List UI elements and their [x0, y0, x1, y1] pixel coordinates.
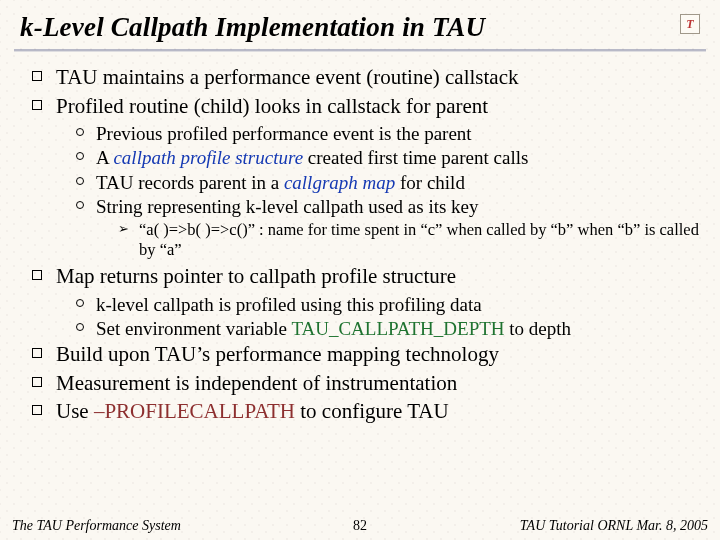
bullet-text: String representing k-level callpath use… — [96, 195, 702, 218]
circle-bullet-icon — [76, 128, 84, 136]
circle-bullet-icon — [76, 177, 84, 185]
arrow-bullet-icon: ➢ — [118, 221, 129, 238]
square-bullet-icon — [32, 348, 42, 358]
text-part: to depth — [505, 318, 572, 339]
bullet-level2: Set environment variable TAU_CALLPATH_DE… — [76, 317, 702, 340]
bullet-text: k-level callpath is profiled using this … — [96, 293, 702, 316]
square-bullet-icon — [32, 377, 42, 387]
circle-bullet-icon — [76, 152, 84, 160]
bullet-level2: String representing k-level callpath use… — [76, 195, 702, 218]
footer-right: TAU Tutorial ORNL Mar. 8, 2005 — [520, 518, 708, 534]
bullet-level1: Measurement is independent of instrument… — [32, 371, 702, 397]
square-bullet-icon — [32, 270, 42, 280]
text-part: A — [96, 147, 113, 168]
footer-left: The TAU Performance System — [12, 518, 181, 534]
bullet-text: TAU records parent in a callgraph map fo… — [96, 171, 702, 194]
slide-footer: The TAU Performance System 82 TAU Tutori… — [12, 518, 708, 534]
bullet-text: Use –PROFILECALLPATH to configure TAU — [56, 399, 702, 425]
bullet-text: Set environment variable TAU_CALLPATH_DE… — [96, 317, 702, 340]
emphasis-green: TAU_CALLPATH_DEPTH — [291, 318, 504, 339]
emphasis-blue: callgraph map — [284, 172, 395, 193]
circle-bullet-icon — [76, 323, 84, 331]
square-bullet-icon — [32, 100, 42, 110]
bullet-text: Profiled routine (child) looks in callst… — [56, 94, 702, 120]
bullet-text: “a( )=>b( )=>c()” : name for time spent … — [139, 220, 702, 260]
title-row: k-Level Callpath Implementation in TAU T — [14, 10, 706, 51]
slide-body: TAU maintains a performance event (routi… — [14, 57, 706, 425]
circle-bullet-icon — [76, 201, 84, 209]
bullet-text: TAU maintains a performance event (routi… — [56, 65, 702, 91]
bullet-text: A callpath profile structure created fir… — [96, 146, 702, 169]
text-part: for child — [395, 172, 465, 193]
bullet-level3: ➢ “a( )=>b( )=>c()” : name for time spen… — [118, 220, 702, 260]
bullet-text: Map returns pointer to callpath profile … — [56, 264, 702, 290]
bullet-level2: A callpath profile structure created fir… — [76, 146, 702, 169]
slide-container: k-Level Callpath Implementation in TAU T… — [0, 0, 720, 540]
bullet-level1: Profiled routine (child) looks in callst… — [32, 94, 702, 120]
emphasis-blue: callpath profile structure — [113, 147, 303, 168]
bullet-level1: TAU maintains a performance event (routi… — [32, 65, 702, 91]
text-part: to configure TAU — [295, 399, 449, 423]
tau-logo-letter: T — [686, 17, 693, 32]
text-part: Use — [56, 399, 94, 423]
bullet-text: Measurement is independent of instrument… — [56, 371, 702, 397]
bullet-level2: TAU records parent in a callgraph map fo… — [76, 171, 702, 194]
circle-bullet-icon — [76, 299, 84, 307]
text-part: Set environment variable — [96, 318, 291, 339]
tau-logo: T — [680, 14, 700, 34]
bullet-level2: k-level callpath is profiled using this … — [76, 293, 702, 316]
square-bullet-icon — [32, 405, 42, 415]
bullet-level1: Build upon TAU’s performance mapping tec… — [32, 342, 702, 368]
bullet-text: Build upon TAU’s performance mapping tec… — [56, 342, 702, 368]
slide-title: k-Level Callpath Implementation in TAU — [20, 12, 485, 43]
bullet-level1: Use –PROFILECALLPATH to configure TAU — [32, 399, 702, 425]
text-part: created first time parent calls — [303, 147, 528, 168]
bullet-level2: Previous profiled performance event is t… — [76, 122, 702, 145]
bullet-level1: Map returns pointer to callpath profile … — [32, 264, 702, 290]
square-bullet-icon — [32, 71, 42, 81]
bullet-text: Previous profiled performance event is t… — [96, 122, 702, 145]
emphasis-darkred: –PROFILECALLPATH — [94, 399, 295, 423]
text-part: TAU records parent in a — [96, 172, 284, 193]
